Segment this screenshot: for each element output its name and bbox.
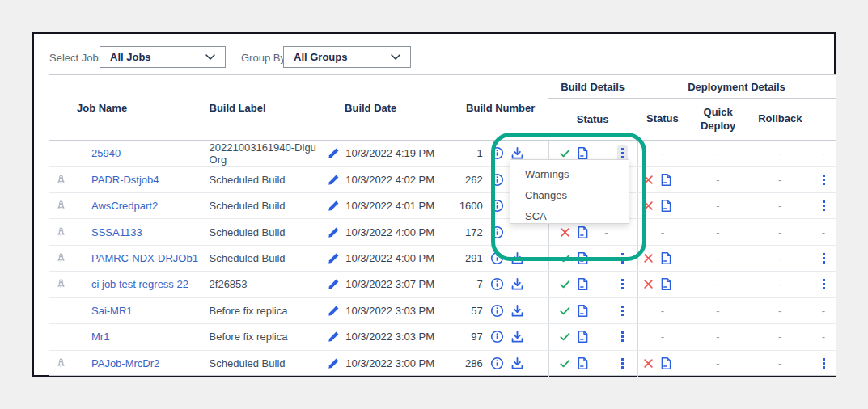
- pencil-icon[interactable]: [328, 357, 345, 369]
- rocket-icon: [55, 252, 68, 264]
- file-icon[interactable]: [659, 173, 673, 187]
- build-number-cell: 7: [442, 272, 548, 297]
- select-job-dropdown[interactable]: All Jobs: [100, 46, 226, 68]
- pencil-icon[interactable]: [328, 305, 345, 317]
- deploy-status-cell: -: [637, 219, 688, 244]
- job-name-link[interactable]: PAMRC-NDX-DRJOb1: [91, 252, 198, 264]
- file-icon[interactable]: [659, 356, 673, 370]
- file-icon[interactable]: [659, 277, 673, 291]
- job-name-link[interactable]: AwsCredpart2: [91, 200, 158, 212]
- build-label-text: Before fix replica: [210, 305, 288, 317]
- job-name-link[interactable]: PADR-Dstjob4: [91, 174, 159, 186]
- empty-value: -: [604, 226, 608, 238]
- info-icon[interactable]: [490, 146, 504, 160]
- menu-item-warnings[interactable]: Warnings: [510, 165, 629, 184]
- build-date-cell: 10/3/2022 3:07 PM: [324, 272, 442, 297]
- job-name-link[interactable]: SSSA1133: [91, 226, 142, 238]
- x-icon: [559, 226, 571, 238]
- file-icon[interactable]: [576, 146, 590, 160]
- pencil-icon[interactable]: [328, 147, 345, 159]
- download-icon[interactable]: [510, 330, 524, 344]
- info-icon[interactable]: [490, 251, 504, 265]
- job-name-link[interactable]: Sai-MR1: [91, 305, 133, 317]
- build-number-text: 172: [465, 226, 483, 238]
- build-date-cell: 10/3/2022 4:02 PM: [324, 167, 442, 192]
- rocket-icon: [55, 226, 68, 238]
- table-row: PADR-Dstjob4Scheduled Build10/3/2022 4:0…: [49, 167, 836, 192]
- kebab-icon[interactable]: [617, 276, 628, 292]
- info-icon[interactable]: [490, 330, 504, 344]
- header-deploy-status: Status: [637, 99, 688, 140]
- deploy-action-cell: -: [811, 219, 836, 244]
- table-body: 2594020221003161940-Digu Org10/3/2022 4:…: [49, 141, 836, 377]
- info-icon[interactable]: [490, 199, 504, 213]
- build-date-text: 10/3/2022 3:07 PM: [345, 278, 434, 290]
- build-label-cell: 20221003161940-Digu Org: [209, 141, 324, 166]
- deploy-status-cell: -: [637, 298, 688, 323]
- empty-value: -: [716, 226, 719, 238]
- download-icon[interactable]: [510, 146, 524, 160]
- kebab-icon[interactable]: [819, 356, 829, 371]
- download-icon[interactable]: [510, 304, 524, 318]
- file-icon[interactable]: [576, 277, 590, 291]
- build-label-text: Before fix replica: [210, 331, 288, 343]
- job-name-link[interactable]: ci job test regress 22: [91, 278, 188, 290]
- quick-deploy-cell: -: [687, 351, 748, 377]
- kebab-icon[interactable]: [819, 251, 829, 266]
- chevron-down-icon: [391, 54, 400, 61]
- rocket-icon: [55, 357, 68, 369]
- pencil-icon[interactable]: [328, 252, 345, 264]
- file-icon[interactable]: [576, 226, 590, 239]
- table-row: 2594020221003161940-Digu Org10/3/2022 4:…: [49, 141, 836, 167]
- build-label-text: Scheduled Build: [210, 226, 286, 238]
- info-icon[interactable]: [490, 173, 504, 187]
- file-icon[interactable]: [576, 251, 590, 265]
- build-label-cell: Scheduled Build: [209, 193, 324, 218]
- file-icon[interactable]: [659, 199, 673, 213]
- pencil-icon[interactable]: [328, 278, 345, 290]
- kebab-icon[interactable]: [617, 356, 628, 371]
- job-name-link[interactable]: Mr1: [91, 331, 109, 343]
- pencil-icon[interactable]: [328, 226, 345, 238]
- build-number-text: 1600: [459, 200, 483, 212]
- download-icon[interactable]: [510, 356, 524, 370]
- header-rollback: Rollback: [749, 99, 812, 140]
- pencil-icon[interactable]: [328, 331, 345, 343]
- kebab-icon[interactable]: [617, 329, 628, 344]
- kebab-icon[interactable]: [819, 198, 829, 213]
- empty-value: -: [716, 305, 719, 317]
- quick-deploy-cell: -: [687, 193, 748, 218]
- file-icon[interactable]: [576, 304, 590, 318]
- empty-value: -: [778, 357, 781, 369]
- pencil-icon[interactable]: [328, 200, 345, 212]
- file-icon[interactable]: [576, 356, 590, 370]
- build-number-cell: 291: [442, 246, 548, 271]
- info-icon[interactable]: [490, 226, 504, 239]
- info-icon[interactable]: [490, 356, 504, 370]
- rollback-cell: -: [748, 167, 811, 192]
- kebab-icon[interactable]: [819, 276, 829, 292]
- info-icon[interactable]: [490, 304, 504, 318]
- build-date-text: 10/3/2022 4:00 PM: [345, 226, 434, 238]
- empty-value: -: [716, 278, 719, 290]
- file-icon[interactable]: [576, 330, 590, 344]
- deploy-status-cell: [637, 272, 688, 297]
- deploy-action-cell: [811, 193, 836, 218]
- check-icon: [559, 278, 571, 290]
- kebab-icon[interactable]: [819, 172, 829, 188]
- empty-value: -: [716, 252, 719, 264]
- info-icon[interactable]: [490, 277, 504, 291]
- kebab-icon[interactable]: [617, 303, 628, 318]
- download-icon[interactable]: [510, 251, 524, 265]
- file-icon[interactable]: [659, 251, 673, 265]
- menu-item-sca[interactable]: SCA: [510, 207, 629, 226]
- menu-item-changes[interactable]: Changes: [510, 186, 629, 205]
- job-name-link[interactable]: PAJob-MrcDr2: [91, 357, 159, 369]
- build-date-text: 10/3/2022 4:01 PM: [345, 200, 434, 212]
- pencil-icon[interactable]: [328, 174, 345, 186]
- group-by-value: All Groups: [294, 51, 347, 63]
- group-by-dropdown[interactable]: All Groups: [283, 46, 411, 68]
- kebab-icon[interactable]: [617, 251, 628, 266]
- job-name-link[interactable]: 25940: [91, 147, 121, 159]
- download-icon[interactable]: [510, 277, 524, 291]
